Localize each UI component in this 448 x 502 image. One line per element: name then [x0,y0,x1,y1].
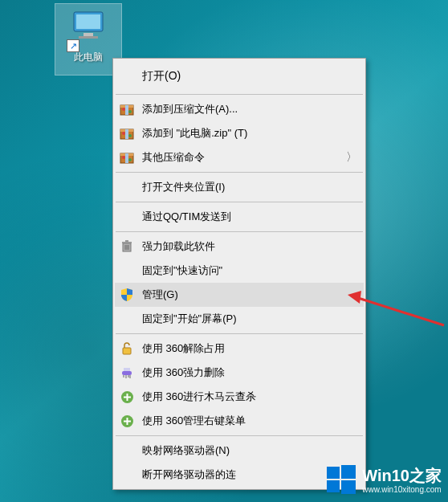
svg-rect-40 [327,467,340,479]
menu-360-force-delete[interactable]: 使用 360强力删除 [115,361,364,385]
menu-360-trojan-scan[interactable]: 使用 360进行木马云查杀 [115,385,364,409]
menu-manage[interactable]: 管理(G) [115,283,364,307]
svg-rect-2 [83,33,93,36]
svg-point-17 [122,156,125,159]
shredder-icon [118,364,136,382]
menu-label: 使用 360进行木马云查杀 [142,390,357,404]
computer-icon [69,10,108,39]
menu-map-drive[interactable]: 映射网络驱动器(N) [115,439,364,463]
svg-line-38 [356,297,444,325]
svg-rect-11 [125,129,128,139]
menu-label: 管理(G) [142,288,357,302]
svg-rect-25 [123,348,131,354]
menu-label: 使用 360强力删除 [142,365,357,380]
svg-point-18 [128,158,132,161]
context-menu: 打开(O) 添加到压缩文件(A)... 添加到 "此电脑.zip" (T) 其他… [112,58,366,490]
menu-360-unlock[interactable]: 使用 360解除占用 [115,337,364,361]
shield-icon [118,286,136,304]
menu-label: 映射网络驱动器(N) [142,443,357,458]
watermark-text: Win10之家 www.win10xitong.com [362,465,442,494]
menu-label: 使用 360管理右键菜单 [142,414,357,428]
svg-point-13 [128,134,132,137]
menu-label: 固定到"快速访问" [142,263,357,278]
menu-label: 使用 360解除占用 [142,341,357,356]
menu-label: 强力卸载此软件 [142,239,357,254]
menu-label: 添加到 "此电脑.zip" (T) [142,126,357,141]
scan-plus-icon [118,388,136,406]
menu-open-location[interactable]: 打开文件夹位置(I) [115,175,364,199]
archive-icon [118,149,136,166]
menu-label: 固定到"开始"屏幕(P) [142,312,357,326]
menu-label: 通过QQ/TIM发送到 [142,210,357,224]
menu-label: 其他压缩命令 [142,150,346,165]
unlock-icon [118,340,136,357]
menu-qq-send[interactable]: 通过QQ/TIM发送到 [115,205,364,229]
menu-label: 打开(O) [142,69,357,84]
svg-rect-34 [124,396,131,398]
watermark: Win10之家 www.win10xitong.com [325,463,442,496]
svg-point-8 [128,110,132,113]
desktop-icon-label: 此电脑 [74,51,103,64]
archive-icon [118,124,136,142]
svg-rect-41 [341,465,356,479]
menu-force-uninstall[interactable]: 强力卸载此软件 [115,235,364,259]
watermark-url: www.win10xitong.com [362,485,442,494]
svg-point-12 [122,132,125,135]
archive-icon [118,100,136,118]
svg-rect-27 [124,368,130,371]
menu-pin-start[interactable]: 固定到"开始"屏幕(P) [115,307,364,331]
svg-rect-6 [125,105,128,115]
chevron-right-icon: 〉 [346,150,357,165]
menu-separator [116,231,363,232]
svg-rect-37 [124,420,131,422]
menu-separator [116,202,363,202]
watermark-title: Win10之家 [362,465,442,487]
shortcut-arrow-icon: ↗ [67,39,79,52]
svg-rect-43 [341,480,356,494]
svg-point-7 [122,108,125,111]
svg-rect-21 [125,240,128,242]
menu-pin-quick-access[interactable]: 固定到"快速访问" [115,259,364,283]
svg-rect-1 [76,14,100,29]
svg-rect-3 [79,36,98,39]
menu-other-compress[interactable]: 其他压缩命令 〉 [115,145,364,169]
svg-rect-26 [122,371,132,375]
menu-separator [116,435,363,436]
scan-plus-icon [118,412,136,430]
windows-logo-icon [325,463,357,496]
menu-label: 添加到压缩文件(A)... [142,102,357,116]
svg-rect-42 [327,480,340,492]
menu-add-archive[interactable]: 添加到压缩文件(A)... [115,97,364,121]
svg-rect-16 [125,153,128,163]
desktop-background: ↗ 此电脑 打开(O) 添加到压缩文件(A)... 添加到 "此电脑.zip" … [0,0,448,502]
menu-label: 打开文件夹位置(I) [142,180,357,194]
svg-rect-20 [122,242,132,243]
trash-icon [118,238,136,255]
menu-separator [116,172,363,173]
menu-add-zip[interactable]: 添加到 "此电脑.zip" (T) [115,121,364,145]
menu-360-context-menu[interactable]: 使用 360管理右键菜单 [115,409,364,433]
menu-open[interactable]: 打开(O) [115,61,364,92]
menu-separator [116,333,363,334]
menu-separator [116,94,363,95]
